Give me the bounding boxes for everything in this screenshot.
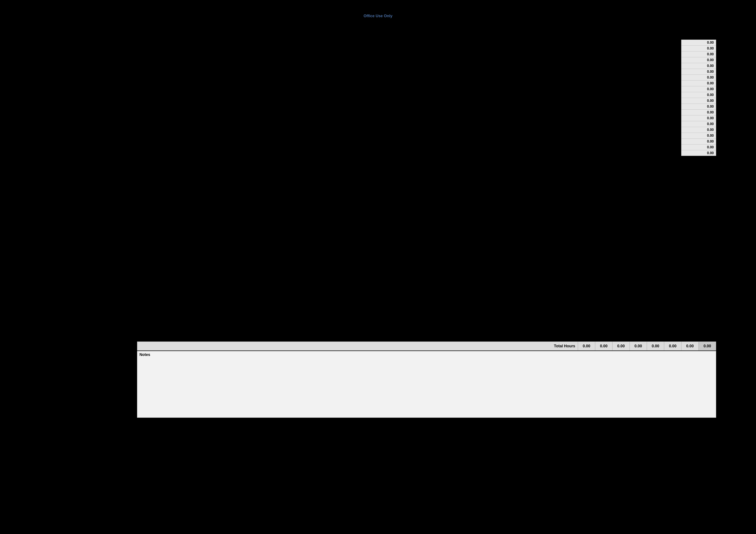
right-value-12: 0.00 [681, 104, 716, 109]
right-value-11: 0.00 [681, 98, 716, 104]
right-value-6: 0.00 [681, 69, 716, 74]
right-value-18: 0.00 [681, 139, 716, 144]
right-value-1: 0.00 [681, 39, 716, 45]
right-column-values: 0.00 0.00 0.00 0.00 0.00 0.00 0.00 0.00 … [681, 39, 716, 156]
total-hours-row: Total Hours 0.00 0.00 0.00 0.00 0.00 0.0… [137, 342, 716, 350]
total-hours-label: Total Hours [137, 342, 578, 350]
right-value-15: 0.00 [681, 121, 716, 127]
total-hours-day-5: 0.00 [647, 342, 664, 350]
right-value-9: 0.00 [681, 86, 716, 92]
total-hours-day-1: 0.00 [578, 342, 595, 350]
right-value-19: 0.00 [681, 144, 716, 150]
right-value-4: 0.00 [681, 57, 716, 63]
right-value-17: 0.00 [681, 133, 716, 139]
right-value-8: 0.00 [681, 80, 716, 86]
office-use-only-label: Office Use Only [364, 14, 392, 18]
right-value-10: 0.00 [681, 92, 716, 98]
notes-label: Notes [137, 351, 716, 358]
total-hours-total: 0.00 [699, 342, 716, 350]
total-hours-day-3: 0.00 [612, 342, 630, 350]
right-value-5: 0.00 [681, 63, 716, 69]
right-value-13: 0.00 [681, 109, 716, 115]
total-hours-day-2: 0.00 [595, 342, 612, 350]
right-value-20: 0.00 [681, 150, 716, 156]
total-hours-day-6: 0.00 [664, 342, 682, 350]
total-hours-day-4: 0.00 [630, 342, 647, 350]
right-value-3: 0.00 [681, 51, 716, 57]
right-value-14: 0.00 [681, 115, 716, 121]
notes-section: Notes [137, 351, 716, 418]
total-hours-day-7: 0.00 [682, 342, 699, 350]
right-value-2: 0.00 [681, 45, 716, 51]
right-value-16: 0.00 [681, 127, 716, 133]
right-value-7: 0.00 [681, 74, 716, 80]
